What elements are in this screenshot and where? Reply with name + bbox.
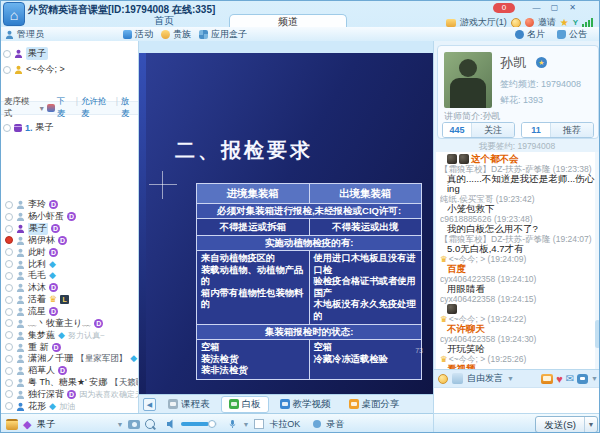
member-row[interactable]: 粤 Th、糖果★' 安娜【天籁歌手】 xyxy=(1,377,139,389)
camera-icon[interactable] xyxy=(128,420,140,429)
chat-timestamp: (19:24:07) xyxy=(553,235,592,244)
scrollbar-thumb[interactable] xyxy=(595,320,600,348)
flower-heart-icon[interactable]: ♥ xyxy=(556,373,563,385)
chevron-down-icon[interactable]: ▼ xyxy=(38,105,45,112)
chat-text: 用眼睛看 xyxy=(440,284,598,294)
admin-button[interactable]: 管理员 xyxy=(5,28,44,41)
radio-icon xyxy=(5,225,13,233)
emoticon-picker-icon[interactable] xyxy=(438,374,448,384)
member-row[interactable]: 比利◆ xyxy=(1,258,139,270)
record-label[interactable]: 录音 xyxy=(326,418,344,431)
notice-button[interactable]: 公告 xyxy=(557,28,587,41)
board-tab[interactable]: 桌面分享 xyxy=(342,396,407,413)
chevron-down-icon[interactable]: ▼ xyxy=(507,375,514,382)
member-row[interactable]: 李玲D xyxy=(1,199,139,211)
member-row[interactable]: 集梦葹◆努力认真~ xyxy=(1,329,139,341)
level-badge-icon: D xyxy=(67,390,76,399)
member-row[interactable]: 花形◆加油 xyxy=(1,400,139,412)
send-button[interactable]: 发送(S) ▼ xyxy=(535,416,598,433)
divider: | xyxy=(116,96,118,120)
chat-text: 真的......不知道是我还是老师...伤心ing xyxy=(440,174,598,194)
close-button[interactable]: ✕ xyxy=(565,2,580,13)
whiteboard[interactable]: 二、报检要求 进境集装箱 出境集装箱 必须对集装箱进行报检,未经报检或CIQ许可… xyxy=(139,53,433,394)
member-row[interactable]: 重 新D xyxy=(1,341,139,353)
mic-action-link[interactable]: 放麦 xyxy=(121,96,137,120)
current-user[interactable]: 果子 xyxy=(36,418,55,431)
speaker-icon[interactable] xyxy=(166,419,176,429)
admin-label: 管理员 xyxy=(17,28,44,41)
minimize-button[interactable]: — xyxy=(529,2,544,13)
card-button[interactable]: 名片 xyxy=(515,28,545,41)
chat-log[interactable]: 这个都不会【霜狼军校】DZ-扶苏-萨筝隆 (19:23:38)真的......不… xyxy=(436,152,598,371)
slide-title: 二、报检要求 xyxy=(175,137,313,164)
chat-message: c9618885626 (19:23:48)我的白板怎么用不了? xyxy=(440,215,598,234)
radio-icon xyxy=(3,50,11,58)
tab-home[interactable]: 首页 xyxy=(101,14,227,27)
mic-user-row[interactable]: 果子 xyxy=(3,47,48,60)
send-options-caret[interactable]: ▼ xyxy=(584,417,597,432)
board-tab[interactable]: 课程表 xyxy=(161,396,217,413)
mic-action-link[interactable]: 允许抢麦 xyxy=(81,96,113,120)
member-row[interactable]: 杨小虾蛋D xyxy=(1,211,139,223)
member-row[interactable]: 稻草人D xyxy=(1,365,139,377)
radio-icon xyxy=(5,379,13,387)
mood-icon[interactable] xyxy=(511,18,521,28)
microphone-icon[interactable] xyxy=(228,419,237,429)
mic-action-link[interactable]: 下麦 xyxy=(57,96,73,120)
board-tab[interactable]: 教学视频 xyxy=(273,396,338,413)
treasure-chest-icon[interactable] xyxy=(6,419,18,430)
chevron-down-icon[interactable]: ▼ xyxy=(242,421,249,428)
counter-badge[interactable]: 0 xyxy=(493,3,515,13)
karaoke-checkbox[interactable] xyxy=(254,419,264,429)
user-icon xyxy=(16,307,25,316)
member-row[interactable]: 潇湘ノ千珊【皇家军团】◆ xyxy=(1,353,139,365)
member-row[interactable]: ﹏丶牧童主り﹏D xyxy=(1,317,139,329)
follow-button[interactable]: 445 关注 xyxy=(442,122,515,138)
mailbox-icon[interactable]: ✉ xyxy=(566,373,574,384)
zoom-icon[interactable] xyxy=(145,419,155,429)
noble-icon xyxy=(161,30,170,39)
mic-queue-item[interactable]: 1. 果子 xyxy=(3,121,54,134)
collapse-panel-icon[interactable]: ◀ xyxy=(143,398,156,411)
chat-timestamp: (19:25:26) xyxy=(488,355,527,364)
record-icon[interactable] xyxy=(313,420,321,428)
home-button[interactable]: ⌂ xyxy=(3,2,25,26)
radio-icon xyxy=(5,296,13,304)
chat-bubble-icon[interactable] xyxy=(577,374,588,384)
speak-mode-label[interactable]: 自由发言 xyxy=(467,372,503,385)
member-row[interactable]: 活着♛L xyxy=(1,294,139,306)
activity-button[interactable]: 活动 xyxy=(123,28,153,41)
teacher-avatar[interactable] xyxy=(444,52,492,108)
noble-button[interactable]: 贵族 xyxy=(161,28,191,41)
member-row[interactable]: 独行深背D因为表喜欢确定无所有 xyxy=(1,389,139,401)
mic-mode-label[interactable]: 麦序模式 xyxy=(4,96,36,120)
member-name: 潇湘ノ千珊 xyxy=(28,353,73,365)
member-row[interactable]: 流星D xyxy=(1,306,139,318)
member-row[interactable]: 果子D xyxy=(1,223,139,235)
chat-sender[interactable]: cyx406422358 xyxy=(440,295,498,304)
chat-scrollbar[interactable] xyxy=(595,152,600,369)
mic-mode-icon xyxy=(47,104,55,112)
mic-user-row[interactable]: <~今今; > xyxy=(3,63,65,76)
board-tab-label: 桌面分享 xyxy=(362,398,400,411)
chat-settings-icon[interactable] xyxy=(452,373,463,384)
member-row[interactable]: 此时D xyxy=(1,246,139,258)
member-group-tag: 【天籁歌手】 xyxy=(110,377,139,389)
member-row[interactable]: 沐沐D xyxy=(1,282,139,294)
app-box-button[interactable]: 应用盒子 xyxy=(199,28,247,41)
volume-slider[interactable] xyxy=(181,422,217,426)
member-row[interactable]: 祸伊林D xyxy=(1,235,139,247)
chevron-down-icon[interactable]: ▼ xyxy=(116,421,123,428)
member-note: 因为表喜欢确定无所有 xyxy=(79,389,139,400)
notice-icon xyxy=(557,30,566,39)
chat-text: 开玩笑哈 xyxy=(440,344,598,354)
board-tab[interactable]: 白板 xyxy=(221,396,269,413)
video-share-icon[interactable] xyxy=(541,374,553,384)
tab-channel[interactable]: 频道 xyxy=(229,14,347,27)
recommend-button[interactable]: 11 推荐 xyxy=(521,122,594,138)
member-row[interactable]: 毛毛◆ xyxy=(1,270,139,282)
message-input[interactable] xyxy=(434,387,600,414)
maximize-button[interactable]: ▢ xyxy=(547,2,562,13)
chevron-down-icon[interactable]: ▼ xyxy=(591,375,598,382)
right-panel: 孙凯 ★ 签约频道: 19794008 鲜花: 1393 讲师简介:孙凯 445… xyxy=(433,41,600,433)
